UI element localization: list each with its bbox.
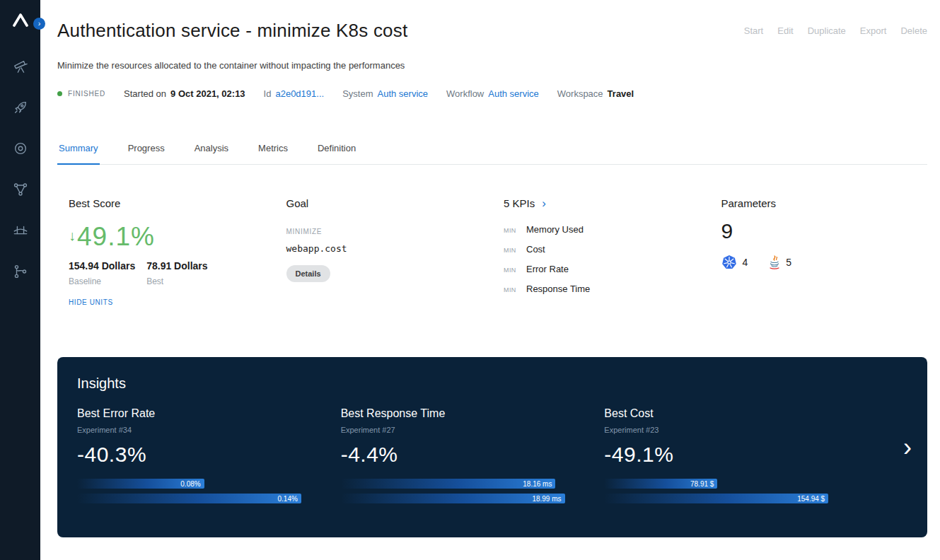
id-link[interactable]: a2e0d191... <box>275 88 324 99</box>
insight-value: -4.4% <box>341 443 605 467</box>
workflow-branch-icon <box>13 264 28 279</box>
kpi-name: Error Rate <box>526 264 569 274</box>
score-comparison: 154.94 Dollars Baseline 78.91 Dollars Be… <box>69 260 264 286</box>
parameters-title: Parameters <box>721 197 917 209</box>
main-content: Start Edit Duplicate Export Delete Authe… <box>40 0 940 560</box>
sidebar-item-systems[interactable] <box>8 181 33 198</box>
kpi-name: Cost <box>526 244 545 255</box>
sidebar-expand-button[interactable]: › <box>33 18 45 30</box>
best-score-value: ↓ 49.1% <box>69 222 264 252</box>
sidebar-item-goals[interactable] <box>8 140 33 157</box>
edit-button[interactable]: Edit <box>777 25 793 36</box>
sidebar-item-optimize[interactable] <box>8 99 33 116</box>
tab-metrics[interactable]: Metrics <box>257 137 289 164</box>
duplicate-button[interactable]: Duplicate <box>808 25 846 36</box>
sidebar: › <box>0 0 40 560</box>
study-actions: Start Edit Duplicate Export Delete <box>744 25 927 36</box>
baseline-bar-label: 18.99 ms <box>532 495 561 503</box>
network-icon <box>13 182 28 197</box>
tab-summary[interactable]: Summary <box>57 137 100 165</box>
kubernetes-count: 4 <box>743 257 748 268</box>
score-percent: 49.1% <box>77 222 155 252</box>
summary-section: Best Score ↓ 49.1% 154.94 Dollars Baseli… <box>57 165 927 306</box>
workspace-value: Travel <box>608 88 634 99</box>
rocket-icon <box>13 100 28 115</box>
insight-bars: 78.91 $ 154.94 $ <box>604 479 868 503</box>
parameters-card: Parameters 9 <box>710 197 928 306</box>
kpi-direction: MIN <box>504 267 526 274</box>
best-score-title: Best Score <box>69 197 264 209</box>
goal-card: Goal MINIMIZE webapp.cost Details <box>275 197 493 306</box>
parameters-breakdown: 4 5 <box>721 255 917 270</box>
target-icon <box>13 141 28 156</box>
tab-analysis[interactable]: Analysis <box>193 137 230 164</box>
sidebar-item-studies[interactable] <box>8 58 33 75</box>
baseline-value: 154.94 Dollars <box>69 260 135 272</box>
sidebar-item-telemetry[interactable] <box>8 222 33 239</box>
workspace-ref: Workspace Travel <box>557 88 634 99</box>
workflow-label: Workflow <box>446 88 484 99</box>
kpi-list: MIN Memory Used MIN Cost MIN Error Rate … <box>504 224 699 294</box>
kpi-name: Response Time <box>526 284 590 294</box>
telescope-icon <box>13 59 28 74</box>
insights-next-button[interactable]: › <box>903 435 912 460</box>
bridge-icon <box>13 223 28 238</box>
page-subtitle: Minimize the resources allocated to the … <box>57 60 927 71</box>
status-label: FINISHED <box>68 90 105 98</box>
export-button[interactable]: Export <box>860 25 887 36</box>
delete-button[interactable]: Delete <box>900 25 927 36</box>
kpis-header: 5 KPIs › <box>504 197 699 209</box>
goal-details-button[interactable]: Details <box>286 265 330 282</box>
goal-expression: webapp.cost <box>286 243 482 254</box>
kpis-chevron-icon[interactable]: › <box>542 197 546 209</box>
status-row: FINISHED Started on 9 Oct 2021, 02:13 Id… <box>57 88 927 99</box>
hide-units-link[interactable]: HIDE UNITS <box>69 298 264 306</box>
kpi-row: MIN Memory Used <box>504 224 699 235</box>
baseline-bar-label: 154.94 $ <box>797 495 825 503</box>
kpi-row: MIN Cost <box>504 244 699 255</box>
kpi-row: MIN Response Time <box>504 284 699 294</box>
status-badge: FINISHED <box>57 90 105 98</box>
insight-card-response-time: Best Response Time Experiment #27 -4.4% … <box>341 407 605 508</box>
insight-value: -40.3% <box>77 443 341 467</box>
started-on: Started on 9 Oct 2021, 02:13 <box>124 88 245 99</box>
kubernetes-icon <box>721 255 737 270</box>
system-ref: System Auth service <box>342 88 428 99</box>
akamas-logo-icon <box>11 13 30 27</box>
kpi-direction: MIN <box>504 286 526 293</box>
insight-cards: Best Error Rate Experiment #34 -40.3% 0.… <box>77 407 907 508</box>
baseline-bar: 154.94 $ <box>604 494 828 503</box>
workspace-label: Workspace <box>557 88 603 99</box>
app-root: › <box>0 0 940 560</box>
insight-value: -49.1% <box>604 443 868 467</box>
insights-panel: Insights Best Error Rate Experiment #34 … <box>57 357 927 537</box>
insight-title: Best Cost <box>604 407 868 420</box>
workflow-ref: Workflow Auth service <box>446 88 539 99</box>
best-bar-label: 78.91 $ <box>690 480 714 488</box>
best-bar: 18.16 ms <box>341 479 556 489</box>
best-bar-label: 0.08% <box>180 480 200 488</box>
status-dot-icon <box>57 91 62 96</box>
baseline-bar-label: 0.14% <box>277 495 297 503</box>
insight-card-cost: Best Cost Experiment #23 -49.1% 78.91 $ … <box>604 407 868 508</box>
insight-bars: 0.08% 0.14% <box>77 479 341 503</box>
started-on-value: 9 Oct 2021, 02:13 <box>170 88 245 99</box>
best-block: 78.91 Dollars Best <box>146 260 207 286</box>
system-label: System <box>342 88 373 99</box>
sidebar-nav <box>0 58 40 280</box>
sidebar-item-workflows[interactable] <box>8 263 33 280</box>
insights-title: Insights <box>77 375 907 392</box>
tab-progress[interactable]: Progress <box>127 137 166 164</box>
baseline-label: Baseline <box>69 276 135 286</box>
best-bar: 0.08% <box>77 479 204 489</box>
kpi-direction: MIN <box>504 247 526 254</box>
best-value: 78.91 Dollars <box>146 260 207 272</box>
insight-card-error-rate: Best Error Rate Experiment #34 -40.3% 0.… <box>77 407 341 508</box>
tab-definition[interactable]: Definition <box>316 137 357 164</box>
insight-title: Best Response Time <box>341 407 605 420</box>
workflow-link[interactable]: Auth service <box>488 88 539 99</box>
insight-title: Best Error Rate <box>77 407 341 420</box>
start-button[interactable]: Start <box>744 25 763 36</box>
best-score-card: Best Score ↓ 49.1% 154.94 Dollars Baseli… <box>57 197 275 306</box>
system-link[interactable]: Auth service <box>377 88 428 99</box>
